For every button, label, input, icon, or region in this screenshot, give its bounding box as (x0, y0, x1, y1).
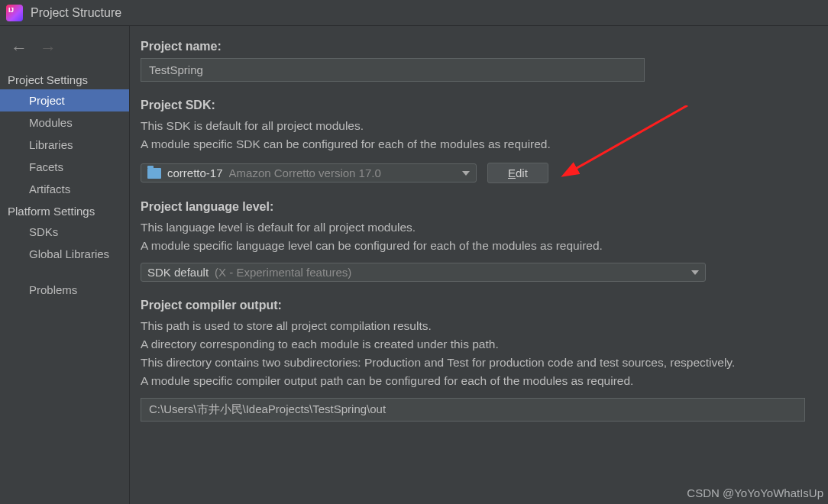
compiler-desc-1: This path is used to store all project c… (141, 317, 828, 335)
lang-desc-1: This language level is default for all p… (141, 218, 828, 237)
project-name-group: Project name: (141, 40, 828, 82)
window-title: Project Structure (31, 6, 121, 20)
watermark: CSDN @YoYoYoWhatIsUp (687, 486, 823, 499)
project-sdk-label: Project SDK: (141, 99, 828, 112)
sidebar-item-artifacts[interactable]: Artifacts (0, 178, 129, 200)
project-name-label: Project name: (141, 40, 828, 53)
language-level-dropdown[interactable]: SDK default (X - Experimental features) (141, 263, 706, 282)
sdk-version: Amazon Corretto version 17.0 (229, 166, 456, 179)
sdk-desc-1: This SDK is default for all project modu… (141, 117, 828, 135)
language-level-group: Project language level: This language le… (141, 200, 828, 282)
sdk-name: corretto-17 (167, 166, 223, 179)
sidebar-header-project-settings: Project Settings (0, 69, 129, 89)
edit-sdk-button[interactable]: Edit (487, 163, 548, 183)
project-sdk-group: Project SDK: This SDK is default for all… (141, 99, 828, 183)
lang-level-value: SDK default (147, 266, 209, 279)
sidebar-item-project[interactable]: Project (0, 89, 129, 111)
sidebar: ← → Project Settings Project Modules Lib… (0, 26, 130, 504)
main-container: ← → Project Settings Project Modules Lib… (0, 26, 828, 504)
sidebar-item-global-libraries[interactable]: Global Libraries (0, 243, 129, 265)
compiler-desc-4: A module specific compiler output path c… (141, 372, 828, 390)
content-pane: Project name: Project SDK: This SDK is d… (130, 26, 828, 504)
folder-icon (147, 168, 161, 179)
sidebar-item-facets[interactable]: Facets (0, 156, 129, 178)
language-level-label: Project language level: (141, 200, 828, 214)
nav-forward-icon[interactable]: → (40, 40, 57, 57)
sdk-desc-2: A module specific SDK can be configured … (141, 135, 828, 153)
app-logo-icon (6, 5, 23, 21)
sidebar-item-modules[interactable]: Modules (0, 111, 129, 134)
chevron-down-icon (462, 171, 470, 176)
project-name-input[interactable] (141, 58, 645, 82)
lang-desc-2: A module specific language level can be … (141, 237, 828, 255)
sdk-dropdown[interactable]: corretto-17 Amazon Corretto version 17.0 (141, 163, 477, 183)
sidebar-header-platform-settings: Platform Settings (0, 200, 129, 221)
sidebar-item-sdks[interactable]: SDKs (0, 221, 129, 243)
nav-history: ← → (0, 35, 129, 69)
nav-back-icon[interactable]: ← (11, 40, 27, 57)
compiler-desc-3: This directory contains two subdirectori… (141, 354, 828, 372)
chevron-down-icon (691, 270, 699, 275)
compiler-output-group: Project compiler output: This path is us… (141, 299, 828, 422)
sidebar-item-problems[interactable]: Problems (0, 279, 129, 301)
compiler-output-label: Project compiler output: (141, 299, 828, 312)
compiler-output-input[interactable] (141, 398, 805, 422)
titlebar: Project Structure (0, 0, 828, 26)
compiler-desc-2: A directory corresponding to each module… (141, 335, 828, 354)
lang-level-suffix: (X - Experimental features) (215, 266, 685, 279)
sidebar-item-libraries[interactable]: Libraries (0, 134, 129, 156)
